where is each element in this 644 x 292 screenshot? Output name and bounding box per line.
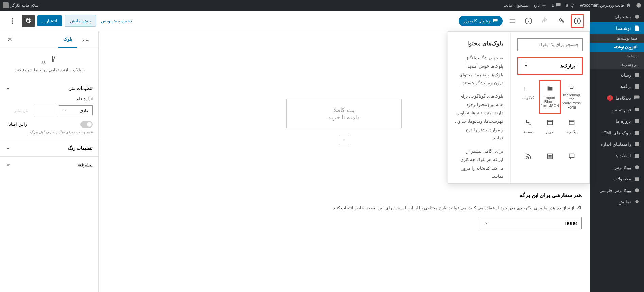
header-select[interactable]: none xyxy=(480,217,582,229)
drop-cap-label: راس افتادن xyxy=(5,122,27,127)
editor-header: ویژوال کامپوزر ذخیره پیش‌نویس پیش‌نمایش … xyxy=(0,11,590,31)
svg-rect-5 xyxy=(635,131,639,135)
menu-dashboard[interactable]: پیشخوان xyxy=(590,11,644,22)
color-settings-toggle[interactable]: تنظیمات رنگ xyxy=(0,140,98,156)
svg-point-15 xyxy=(12,22,13,24)
svg-point-24 xyxy=(526,158,527,159)
font-size-label: اندازهٔ قلم xyxy=(5,97,93,101)
menu-size-guides[interactable]: راهنماهای اندازه xyxy=(590,138,644,150)
sub-categories[interactable]: دسته‌ها xyxy=(590,52,644,60)
editor: ویژوال کامپوزر ذخیره پیش‌نویس پیش‌نمایش … xyxy=(0,11,590,292)
svg-rect-18 xyxy=(569,120,574,125)
menu-pages[interactable]: برگه‌ها xyxy=(590,81,644,92)
svg-rect-3 xyxy=(635,84,639,89)
svg-point-20 xyxy=(526,120,527,121)
publish-button[interactable]: انتشار... xyxy=(37,15,62,26)
undo-button[interactable] xyxy=(554,14,568,28)
menu-appearance[interactable]: نمایش xyxy=(590,196,644,208)
block-comments[interactable] xyxy=(561,148,583,177)
font-size-select[interactable]: عادی xyxy=(59,105,93,115)
preview-button[interactable]: پیش‌نمایش xyxy=(65,15,96,27)
block-import-json[interactable]: Import Blocks from JSON xyxy=(539,80,561,114)
block-rss[interactable] xyxy=(517,148,539,177)
settings-tabs: سند بلوک xyxy=(0,31,98,48)
svg-rect-2 xyxy=(635,73,639,77)
menu-slides[interactable]: اسلاید ها xyxy=(590,150,644,161)
svg-point-8 xyxy=(635,165,639,169)
menu-comments[interactable]: دیدگاه‌ها1 xyxy=(590,92,644,104)
block-categories[interactable]: دسته‌ها xyxy=(517,114,539,148)
admin-bar: قالب وردپرس Woodmart 8 1 تازه پیشخوان قا… xyxy=(0,0,644,11)
menu-projects[interactable]: پروژه ها xyxy=(590,115,644,127)
svg-rect-16 xyxy=(570,86,573,89)
more-menu-button[interactable] xyxy=(5,14,19,28)
text-settings-toggle[interactable]: تنظیمات متن xyxy=(0,80,98,97)
drop-cap-toggle[interactable] xyxy=(80,121,93,128)
menu-posts[interactable]: نوشته‌ها xyxy=(590,22,644,34)
color-settings-panel: تنظیمات رنگ xyxy=(0,140,98,156)
tab-document[interactable]: سند xyxy=(77,32,94,48)
sub-add-new[interactable]: افزودن نوشته xyxy=(590,43,644,52)
svg-point-14 xyxy=(12,20,13,22)
comments-badge: 1 xyxy=(607,95,613,101)
font-size-input[interactable] xyxy=(35,105,55,116)
menu-woo-fa[interactable]: ووکامرس فارسی xyxy=(590,184,644,196)
block-archives[interactable]: بایگانی‌ها xyxy=(561,114,583,148)
tab-block[interactable]: بلوک xyxy=(58,31,77,48)
info-button[interactable] xyxy=(522,14,535,28)
drop-cap-help: تغییر وضعیت برای نمایش حرف اول بزرگ. xyxy=(5,130,93,134)
block-shortcode[interactable]: [/]کدکوتاه xyxy=(517,80,539,114)
block-description: با بلوک سازنده تمامی روایت‌ها شروع کنید. xyxy=(6,66,92,74)
inserter-intro: بلوک‌های محتوا به جهان شگفت‌انگیز بلوک‌ه… xyxy=(448,32,510,183)
visual-composer-button[interactable]: ویژوال کامپوزر xyxy=(459,16,503,26)
redo-button[interactable] xyxy=(538,14,552,28)
svg-point-10 xyxy=(635,188,639,192)
menu-html-blocks[interactable]: بلوک های HTML xyxy=(590,127,644,138)
user-greeting[interactable]: سلام هانیه کارگر xyxy=(3,2,39,8)
svg-point-0 xyxy=(636,3,641,7)
svg-point-1 xyxy=(635,15,639,19)
svg-rect-7 xyxy=(635,154,639,158)
menu-media[interactable]: رسانه xyxy=(590,69,644,81)
block-info: بند با بلوک سازنده تمامی روایت‌ها شروع ک… xyxy=(0,48,98,80)
close-settings-icon[interactable] xyxy=(4,34,16,46)
sub-all-posts[interactable]: همۀ نوشته‌ها xyxy=(590,34,644,43)
block-name: بند xyxy=(41,59,47,64)
post-title-input[interactable]: یت کاملا دامنه تا خرید xyxy=(286,99,402,128)
widgets-section-toggle[interactable]: ابزارک‌ها xyxy=(517,57,583,75)
svg-text:[/]: [/] xyxy=(524,86,525,91)
svg-rect-9 xyxy=(635,177,639,181)
menu-contact[interactable]: فرم تماس xyxy=(590,104,644,115)
block-mailchimp[interactable]: Mailchimp for WordPress Form xyxy=(561,80,583,114)
svg-point-13 xyxy=(12,18,13,19)
custom-header-description: اگر از سازنده هدر ما برای پیکربندی هدر خ… xyxy=(107,204,582,212)
block-search-input[interactable] xyxy=(517,38,583,51)
new-content[interactable]: تازه xyxy=(533,3,547,8)
block-inserter-panel: ابزارک‌ها Mailchimp for WordPress Form I… xyxy=(448,31,590,184)
updates[interactable]: 8 xyxy=(566,3,575,8)
theme-dashboard[interactable]: پیشخوان قالب xyxy=(503,3,528,8)
comments-count[interactable]: 1 xyxy=(552,3,561,8)
wp-logo[interactable] xyxy=(636,3,641,8)
svg-rect-6 xyxy=(635,142,639,146)
paragraph-icon xyxy=(48,55,57,63)
admin-sidebar: پیشخوان نوشته‌ها همۀ نوشته‌ها افزودن نوش… xyxy=(590,11,644,292)
outline-button[interactable] xyxy=(505,14,519,28)
save-draft-button[interactable]: ذخیره پیش‌نویس xyxy=(99,15,135,26)
block-calendar[interactable]: تقویم xyxy=(539,114,561,148)
svg-rect-4 xyxy=(635,119,639,123)
menu-products[interactable]: محصولات xyxy=(590,173,644,184)
svg-rect-19 xyxy=(548,120,553,125)
text-settings-panel: تنظیمات متن اندازهٔ قلم عادی بازنشانی را… xyxy=(0,80,98,140)
block-appender[interactable] xyxy=(339,135,349,145)
menu-woocommerce[interactable]: ووکامرس xyxy=(590,161,644,173)
site-home[interactable]: قالب وردپرس Woodmart xyxy=(580,3,631,8)
settings-gear-button[interactable] xyxy=(22,15,35,27)
advanced-panel: پیشرفته xyxy=(0,156,98,173)
advanced-toggle[interactable]: پیشرفته xyxy=(0,157,98,173)
block-list[interactable] xyxy=(539,148,561,177)
sub-tags[interactable]: برچسب‌ها xyxy=(590,60,644,69)
custom-header-label: هدر سفارشی برای این برگه xyxy=(107,192,582,198)
avatar xyxy=(3,2,9,8)
add-block-button[interactable] xyxy=(571,14,584,28)
